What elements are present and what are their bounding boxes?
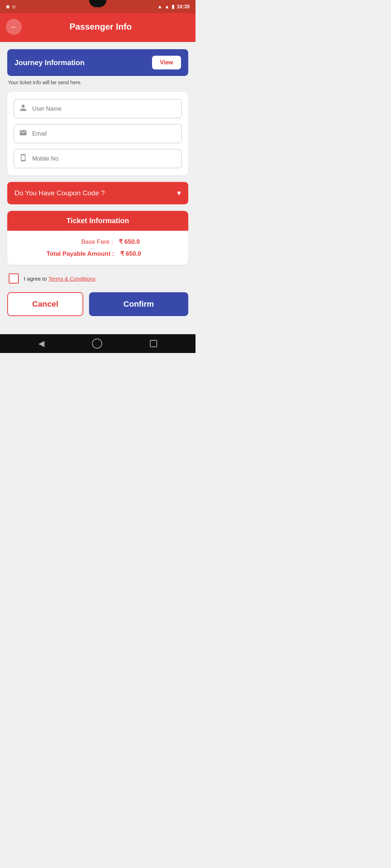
wifi-icon: ▲ [157,4,162,9]
terms-agree-text: I agree to [24,276,49,282]
total-payable-label: Total Payable Amount : [46,250,114,258]
username-input[interactable] [32,106,176,112]
action-buttons: Cancel Confirm [7,292,188,316]
ticket-info-card-header: Ticket Information [7,211,188,231]
status-bar-right: ▲ ▲ ▮ 10:35 [157,4,190,9]
user-icon [19,104,27,114]
mobile-input-row [14,149,182,168]
sim-icon: ▣ [6,4,10,9]
terms-text: I agree to Terms & Conditions [24,276,96,282]
nav-bar: ◀ [0,334,196,353]
total-payable-value: ₹ 650.0 [120,250,149,258]
coupon-dropdown[interactable]: Do You Have Coupon Code ? ▾ [7,182,188,204]
signal-icon: ▲ [164,4,169,9]
back-arrow-icon: ← [10,23,17,31]
terms-row: I agree to Terms & Conditions [7,273,188,284]
page-title: Passenger Info [28,22,174,32]
main-content: Journey Information View Your ticket inf… [0,42,196,334]
base-fare-row: Base Fare : ₹ 650.0 [16,238,180,246]
recents-nav-icon[interactable] [150,340,157,347]
email-input-row [14,124,182,143]
base-fare-label: Base Fare : [48,238,113,246]
base-fare-value: ₹ 650.0 [119,238,148,246]
cancel-button[interactable]: Cancel [7,292,83,316]
status-bar-left: ▣ ◎ [6,4,16,9]
home-nav-icon[interactable] [92,339,102,349]
journey-card: Journey Information View [7,49,188,76]
notification-icon: ◎ [12,4,16,9]
battery-icon: ▮ [172,4,175,9]
view-button[interactable]: View [152,56,181,69]
username-input-row [14,99,182,118]
journey-card-title: Journey Information [14,59,84,67]
terms-checkbox[interactable] [9,273,19,284]
confirm-button[interactable]: Confirm [89,292,188,316]
terms-link[interactable]: Terms & Conditions [49,276,96,282]
back-button[interactable]: ← [6,19,22,35]
email-input[interactable] [32,131,176,137]
mobile-icon [19,154,27,163]
email-icon [19,129,27,139]
ticket-info-card: Ticket Information Base Fare : ₹ 650.0 T… [7,211,188,265]
ticket-info-body: Base Fare : ₹ 650.0 Total Payable Amount… [7,231,188,265]
chevron-down-icon: ▾ [177,188,181,198]
ticket-info-subtext: Your ticket info will be send here. [7,80,188,85]
coupon-label: Do You Have Coupon Code ? [14,189,105,197]
app-header: ← Passenger Info [0,13,196,42]
back-nav-icon[interactable]: ◀ [38,339,45,348]
ticket-info-header-text: Ticket Information [67,217,129,225]
total-payable-row: Total Payable Amount : ₹ 650.0 [16,250,180,258]
form-card [7,92,188,175]
time-display: 10:35 [177,4,190,9]
mobile-input[interactable] [32,156,176,162]
